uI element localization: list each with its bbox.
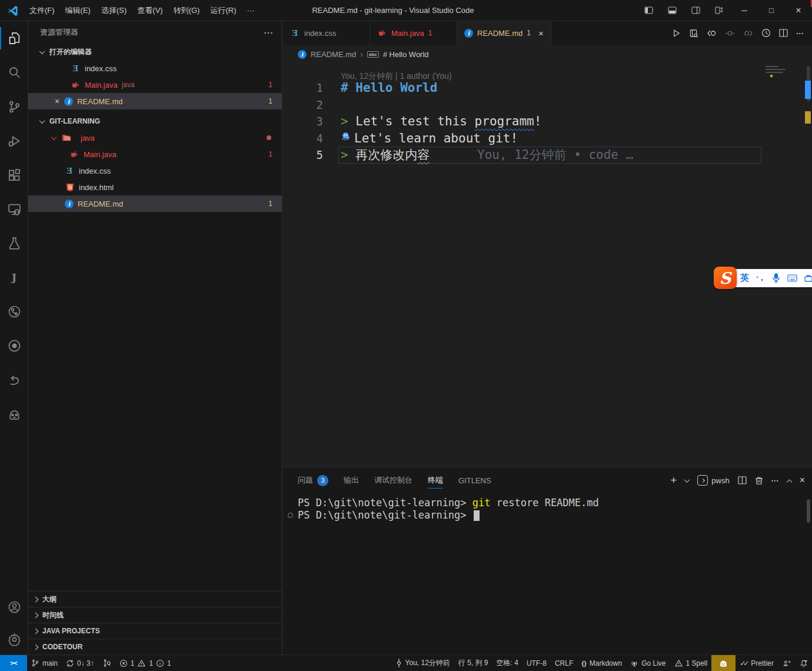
notifications-bell-icon[interactable] — [796, 655, 812, 671]
menu-goto[interactable]: 转到(G) — [168, 3, 205, 18]
java-projects-section[interactable]: JAVA PROJECTS — [28, 623, 282, 639]
ai-assistant-status[interactable] — [711, 655, 736, 671]
tab-index-css[interactable]: Ǝ index.css — [283, 21, 370, 45]
blame-status[interactable]: You, 12分钟前 — [391, 655, 454, 671]
new-terminal-icon[interactable]: + — [670, 474, 677, 487]
terminal-dropdown-icon[interactable] — [684, 477, 690, 483]
search-icon[interactable] — [0, 55, 28, 89]
gitlens-status-icon[interactable] — [98, 655, 115, 671]
menu-file[interactable]: 文件(F) — [24, 3, 60, 18]
accounts-icon[interactable] — [0, 590, 28, 624]
cursor-position[interactable]: 行 5, 列 9 — [454, 655, 492, 671]
menu-more[interactable]: ··· — [241, 3, 259, 18]
undo-arrow-extension-icon[interactable] — [0, 363, 28, 397]
markdown-preview-icon[interactable] — [689, 29, 698, 38]
terminal[interactable]: PS D:\git\note\git-learning> git restore… — [283, 497, 812, 655]
java-extension-icon[interactable]: J — [0, 260, 28, 294]
ime-microphone-icon[interactable] — [772, 273, 780, 283]
split-editor-icon[interactable] — [779, 29, 788, 37]
minimize-button[interactable]: ─ — [731, 0, 758, 21]
tree-folder-java[interactable]: java — [28, 129, 282, 146]
tab-main-java[interactable]: Main.java 1 — [370, 21, 457, 45]
close-panel-icon[interactable]: × — [800, 475, 805, 486]
explorer-icon[interactable] — [0, 21, 28, 55]
folder-section-header[interactable]: GIT-LEARNING — [28, 113, 282, 129]
editor-line-1[interactable]: 1 # Hello World — [283, 79, 812, 97]
maximize-panel-icon[interactable] — [786, 479, 792, 485]
editor-line-2[interactable]: 2 — [283, 97, 812, 114]
tab-output[interactable]: 输出 — [344, 467, 359, 493]
open-editor-readme-md[interactable]: × i README.md 1 — [28, 93, 282, 109]
language-mode[interactable]: {} Markdown — [577, 655, 626, 671]
customize-layout-icon[interactable] — [707, 0, 731, 21]
ime-toolbox-icon[interactable] — [804, 274, 812, 282]
source-control-icon[interactable] — [0, 89, 28, 124]
feedback-icon[interactable] — [778, 655, 796, 671]
gitlens-next-change-icon[interactable] — [743, 29, 753, 38]
remote-indicator[interactable]: >< — [0, 655, 27, 671]
tree-item-index-css[interactable]: Ǝ index.css — [28, 162, 282, 179]
menu-edit[interactable]: 编辑(E) — [60, 3, 96, 18]
toggle-panel-icon[interactable] — [660, 0, 684, 21]
gitlens-file-history-icon[interactable] — [761, 28, 771, 38]
extensions-icon[interactable] — [0, 158, 28, 192]
kill-terminal-icon[interactable] — [755, 476, 763, 485]
terminal-profile-pwsh[interactable]: pwsh — [697, 475, 729, 486]
close-tab-icon[interactable]: × — [538, 28, 544, 38]
split-terminal-icon[interactable] — [738, 476, 747, 484]
ime-language-toggle[interactable]: 英 — [740, 273, 749, 284]
codetour-marker-icon[interactable] — [341, 131, 352, 142]
menu-run[interactable]: 运行(R) — [205, 3, 241, 18]
problems-indicator[interactable]: 1 1 1 — [115, 655, 175, 671]
editor-line-4[interactable]: 4 Let's learn about git! — [283, 130, 812, 147]
close-editor-icon[interactable]: × — [55, 97, 59, 106]
breadcrumb-file[interactable]: README.md — [311, 50, 356, 59]
more-actions-icon[interactable]: ··· — [771, 476, 779, 485]
remote-explorer-icon[interactable] — [0, 192, 28, 226]
indentation[interactable]: 空格: 4 — [492, 655, 523, 671]
go-live-button[interactable]: Go Live — [626, 655, 670, 671]
editor-line-3[interactable]: 3 > Let's test this programm! — [283, 113, 812, 130]
tab-debug-console[interactable]: 调试控制台 — [374, 467, 412, 493]
open-editor-index-css[interactable]: Ǝ index.css — [28, 60, 282, 77]
menu-view[interactable]: 查看(V) — [132, 3, 168, 18]
tree-item-index-html[interactable]: index.html — [28, 179, 282, 195]
tab-gitlens[interactable]: GITLENS — [458, 467, 491, 493]
ime-punctuation-toggle[interactable]: ·， — [756, 273, 765, 283]
encoding[interactable]: UTF-8 — [523, 655, 551, 671]
menu-selection[interactable]: 选择(S) — [96, 3, 132, 18]
minimap[interactable] — [766, 66, 787, 77]
codetour-section[interactable]: CODETOUR — [28, 639, 282, 655]
tree-item-main-java[interactable]: Main.java 1 — [28, 146, 282, 162]
ai-assistant-icon[interactable] — [0, 397, 28, 431]
toggle-secondary-sidebar-icon[interactable] — [684, 0, 707, 21]
codetour-icon[interactable] — [0, 328, 28, 363]
explorer-more-actions-icon[interactable]: ··· — [264, 28, 274, 37]
run-debug-icon[interactable] — [0, 124, 28, 158]
close-window-button[interactable]: × — [785, 0, 812, 21]
run-file-icon[interactable] — [672, 29, 681, 38]
tab-problems[interactable]: 问题 3 — [298, 467, 328, 493]
more-actions-icon[interactable]: ··· — [796, 29, 804, 38]
command-decoration-icon[interactable] — [288, 513, 293, 518]
maximize-button[interactable]: □ — [758, 0, 785, 21]
open-editors-section-header[interactable]: 打开的编辑器 — [28, 44, 282, 60]
branch-indicator[interactable]: main — [27, 655, 62, 671]
eol-sequence[interactable]: CRLF — [551, 655, 577, 671]
tree-item-readme-md[interactable]: i README.md 1 — [28, 195, 282, 212]
gitlens-prev-change-icon[interactable] — [707, 29, 717, 38]
testing-icon[interactable] — [0, 226, 28, 260]
gitlens-change-icon[interactable] — [725, 29, 735, 38]
gitlens-icon[interactable] — [0, 294, 28, 328]
toggle-sidebar-icon[interactable] — [637, 0, 660, 21]
sync-indicator[interactable]: 0↓ 3↑ — [62, 655, 98, 671]
breadcrumb-symbol[interactable]: # Hello World — [383, 50, 429, 59]
sogou-logo-icon[interactable]: S — [714, 267, 737, 289]
timeline-section[interactable]: 时间线 — [28, 607, 282, 623]
prettier-status[interactable]: ✓✓ Prettier — [736, 655, 778, 671]
open-editor-main-java[interactable]: Main.java java 1 — [28, 77, 282, 93]
spell-checker[interactable]: 1 Spell — [670, 655, 712, 671]
tab-readme-md[interactable]: i README.md 1 × — [457, 21, 551, 45]
editor-line-5-current[interactable]: 5 > 再次修改内容 You, 12分钟前 • code … — [283, 147, 812, 164]
tab-terminal[interactable]: 终端 — [428, 467, 443, 493]
